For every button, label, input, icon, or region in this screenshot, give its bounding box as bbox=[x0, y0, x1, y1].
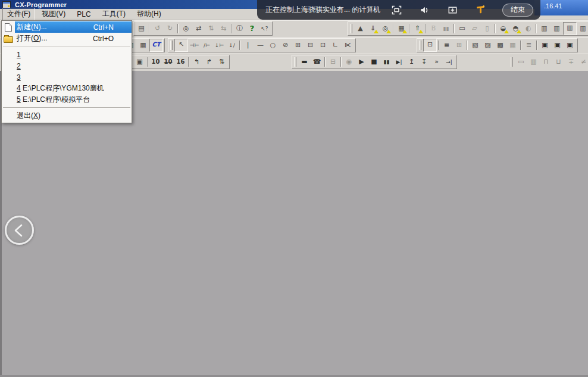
program-mode-icon[interactable]: ◐ bbox=[522, 23, 534, 35]
transfer-from-plc-icon[interactable]: ▦ bbox=[395, 23, 408, 35]
plc-memory-icon[interactable]: ▥ bbox=[551, 23, 563, 35]
step-in-icon[interactable]: ↥ bbox=[405, 56, 418, 68]
contact-or-no-icon[interactable]: ↓⊢ bbox=[213, 39, 226, 51]
line-delete-icon[interactable]: ⋉ bbox=[342, 39, 354, 51]
transfer-to-plc-icon[interactable]: ⇓ bbox=[367, 23, 379, 35]
line-connect-icon[interactable]: ∟ bbox=[329, 39, 342, 51]
menu-item-recent-1[interactable]: 1 bbox=[2, 49, 132, 60]
online-edit-transfer-icon[interactable]: ⇑ bbox=[411, 23, 424, 35]
find-icon[interactable]: ◎ bbox=[180, 23, 192, 35]
program-compile-icon[interactable]: ▱ bbox=[468, 23, 481, 35]
vertical-line-icon[interactable]: | bbox=[242, 39, 254, 51]
inverted-instruction-icon[interactable]: ⊡ bbox=[317, 39, 329, 51]
menubar-item[interactable]: PLC bbox=[72, 9, 95, 20]
sunflower-remote-icon[interactable] bbox=[474, 4, 486, 16]
menubar-item[interactable]: 视图(V) bbox=[37, 8, 70, 21]
monitor-window-icon[interactable]: ▣ bbox=[539, 39, 551, 51]
force-off-icon[interactable]: ↱ bbox=[203, 56, 215, 68]
properties-icon[interactable]: ⓘ bbox=[233, 23, 246, 35]
find-replace-all-icon[interactable]: ⇅ bbox=[205, 23, 217, 35]
layers-icon[interactable]: ≣ bbox=[440, 39, 453, 51]
page-move-icon[interactable]: ▦ bbox=[506, 39, 519, 51]
network-link-2-icon[interactable]: ≠ bbox=[577, 56, 588, 68]
coil-tool-icon[interactable]: ○ bbox=[267, 39, 279, 51]
page-check-icon[interactable]: ▩ bbox=[494, 39, 506, 51]
debug-mode-icon[interactable]: B bbox=[427, 23, 440, 35]
memory-card-icon[interactable]: ▥ bbox=[577, 23, 588, 35]
menu-item-exit[interactable]: 退出(X) bbox=[2, 110, 132, 121]
menu-item-recent-2[interactable]: 2 bbox=[2, 60, 132, 71]
run-simulation-icon[interactable]: ▶ bbox=[355, 56, 368, 68]
output-window-icon[interactable]: ▣ bbox=[564, 39, 576, 51]
monitor-hex-icon[interactable]: 16 bbox=[174, 56, 187, 68]
redo-icon[interactable]: ↻ bbox=[164, 23, 176, 35]
contact-nc-icon[interactable]: ∕⊢ bbox=[201, 39, 213, 51]
monitor-decimal-icon[interactable]: 10 bbox=[149, 56, 162, 68]
menubar-item[interactable]: 帮助(H) bbox=[132, 8, 166, 21]
plc-settings-icon[interactable]: ▥ bbox=[563, 22, 577, 35]
back-button[interactable] bbox=[5, 216, 34, 245]
network-link-1-icon[interactable]: ∓ bbox=[565, 56, 577, 68]
symbol-list-icon[interactable]: ≡ bbox=[523, 39, 535, 51]
online-edit-icon[interactable]: ▯ bbox=[481, 23, 493, 35]
continuous-step-run-icon[interactable]: » bbox=[430, 56, 443, 68]
context-help-icon[interactable]: ↖? bbox=[258, 23, 271, 35]
stop-simulation-icon[interactable]: ■ bbox=[368, 56, 380, 68]
pause-icon[interactable]: ▮▮ bbox=[440, 23, 452, 35]
menu-item-label: 退出(X) bbox=[15, 111, 132, 121]
cycle-time-icon[interactable]: ⊟ bbox=[327, 56, 339, 68]
force-on-icon[interactable]: ↰ bbox=[190, 56, 203, 68]
instruction-tool-icon[interactable]: ⊞ bbox=[292, 39, 304, 51]
menu-item-recent-5[interactable]: 5 E:\PLC程序\模拟平台 bbox=[2, 94, 132, 105]
grey-triangle-icon[interactable]: ▲ bbox=[354, 23, 367, 35]
coil-closed-tool-icon[interactable]: ⊘ bbox=[279, 39, 292, 51]
paste-icon[interactable]: ▤ bbox=[135, 23, 148, 35]
fullscreen-icon[interactable] bbox=[390, 4, 402, 16]
ct-view-icon[interactable]: CT bbox=[149, 39, 163, 52]
network-view-1-icon[interactable]: ▭ bbox=[515, 56, 527, 68]
add-window-icon[interactable] bbox=[446, 4, 458, 16]
menu-item-label: 新建(N)... bbox=[15, 22, 93, 32]
work-online-icon[interactable]: ◒ bbox=[497, 23, 509, 35]
compare-with-plc-icon[interactable]: ◎ bbox=[379, 23, 392, 35]
instruction-detail-icon[interactable]: ⊟ bbox=[304, 39, 317, 51]
menu-item-recent-3[interactable]: 3 bbox=[2, 71, 132, 83]
network-node-2-icon[interactable]: ⊔ bbox=[552, 56, 565, 68]
io-table-icon[interactable]: ▥ bbox=[538, 23, 551, 35]
contact-no-icon[interactable]: ⊣⊢ bbox=[188, 39, 201, 51]
pause-simulation-icon[interactable]: ▮▮ bbox=[380, 56, 393, 68]
menubar-item[interactable]: 文件(F) bbox=[2, 8, 35, 21]
simulator-online-icon[interactable]: ◉ bbox=[343, 56, 355, 68]
find-replace-icon[interactable]: ⇄ bbox=[192, 23, 205, 35]
transfer-program-icon[interactable]: ⊡ bbox=[423, 39, 437, 52]
menu-item-open[interactable]: 打开(O)...Ctrl+O bbox=[2, 33, 132, 44]
run-to-break-point-icon[interactable]: →| bbox=[443, 56, 455, 68]
network-node-1-icon[interactable]: ⊓ bbox=[540, 56, 552, 68]
program-check-icon[interactable]: ▭ bbox=[456, 23, 468, 35]
help-icon[interactable]: ? bbox=[246, 23, 258, 35]
watch-window-icon[interactable]: ▣ bbox=[551, 39, 564, 51]
force-cancel-icon[interactable]: ⇅ bbox=[215, 56, 228, 68]
monitor-signed-decimal-icon[interactable]: 10 bbox=[162, 56, 174, 68]
data-trace-icon[interactable]: ▬ bbox=[298, 56, 311, 68]
window-tile-icon[interactable]: ▣ bbox=[133, 56, 146, 68]
step-run-icon[interactable]: ▶| bbox=[393, 56, 405, 68]
horizontal-line-icon[interactable]: — bbox=[254, 39, 267, 51]
page-delete-icon[interactable]: ▨ bbox=[481, 39, 494, 51]
time-chart-monitor-icon[interactable]: ☎ bbox=[311, 56, 323, 68]
select-tool-icon[interactable]: ↖ bbox=[174, 39, 188, 52]
cross-reference-icon[interactable]: ⊞ bbox=[453, 39, 465, 51]
step-out-icon[interactable]: ↧ bbox=[418, 56, 430, 68]
contact-or-nc-icon[interactable]: ↓∕ bbox=[226, 39, 238, 51]
network-view-2-icon[interactable]: ▥ bbox=[527, 56, 540, 68]
monitor-mode-icon[interactable]: ◓ bbox=[509, 23, 522, 35]
menubar-item[interactable]: 工具(T) bbox=[98, 8, 130, 21]
page-insert-icon[interactable]: ▧ bbox=[469, 39, 481, 51]
mnemonic-view-icon[interactable]: ▦ bbox=[137, 39, 149, 51]
end-session-button[interactable]: 结束 bbox=[502, 4, 533, 17]
menu-item-new[interactable]: 新建(N)...Ctrl+N bbox=[2, 21, 132, 33]
undo-icon[interactable]: ↺ bbox=[151, 23, 164, 35]
menu-item-recent-4[interactable]: 4 E:\PLC程序\YGM130磨机 bbox=[2, 83, 132, 94]
address-find-icon[interactable]: ⇆ bbox=[217, 23, 230, 35]
speaker-icon[interactable] bbox=[418, 4, 430, 16]
